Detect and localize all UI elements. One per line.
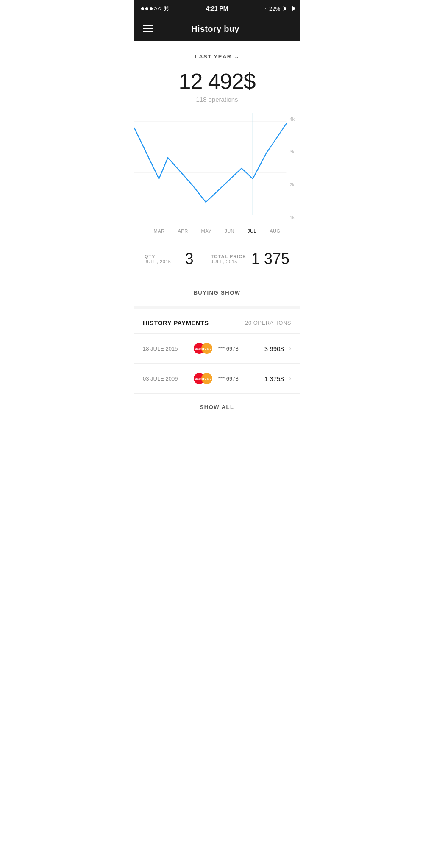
- month-jul[interactable]: JUL: [248, 228, 256, 234]
- month-jun: JUN: [225, 228, 234, 234]
- show-all-section[interactable]: SHOW ALL: [134, 394, 300, 420]
- y-label-2k: 2k: [289, 182, 295, 187]
- month-apr: APR: [178, 228, 188, 234]
- payment-date-2: 03 JULE 2009: [143, 376, 194, 382]
- card-number-2: *** 6978: [218, 376, 264, 382]
- dot2: [145, 7, 148, 10]
- battery-icon: [283, 6, 293, 11]
- mc-text-1: MasterCard: [195, 347, 212, 350]
- signal-dots: [141, 7, 161, 10]
- y-axis-labels: 4k 3k 2k 1k: [289, 113, 295, 223]
- mc-text-2: MasterCard: [195, 377, 212, 380]
- mastercard-logo-2: MasterCard: [194, 372, 212, 385]
- main-content: LAST YEAR ⌄ 12 492$ 118 operations 4k 3k…: [134, 41, 300, 420]
- payment-row-2[interactable]: 03 JULE 2009 MasterCard *** 6978 1 375$ …: [134, 364, 300, 394]
- status-left: ⌘: [141, 5, 169, 12]
- hamburger-line2: [143, 28, 153, 29]
- payment-date-1: 18 JULE 2015: [143, 345, 194, 352]
- y-label-3k: 3k: [289, 149, 295, 154]
- total-stat: TOTAL PRICE JULE, 2015: [211, 254, 251, 264]
- wifi-icon: ⌘: [163, 5, 169, 12]
- card-number-1: *** 6978: [218, 345, 264, 352]
- line-chart: [134, 113, 300, 223]
- chart-section: 4k 3k 2k 1k MAR APR MAY: [134, 105, 300, 239]
- dot3: [150, 7, 153, 10]
- chart-container: 4k 3k 2k 1k: [134, 113, 300, 223]
- month-may: MAY: [201, 228, 212, 234]
- period-section: LAST YEAR ⌄: [134, 41, 300, 64]
- y-label-4k: 4k: [289, 117, 295, 122]
- period-label: LAST YEAR: [195, 53, 232, 60]
- nav-bar: History buy: [134, 17, 300, 41]
- hamburger-line1: [143, 25, 153, 26]
- history-title: HISTORY PAYMENTS: [143, 319, 209, 326]
- status-right: ⋅ 22%: [265, 6, 293, 12]
- history-header: HISTORY PAYMENTS 20 OPERATIONS: [134, 309, 300, 334]
- chevron-right-icon-1: ›: [289, 345, 291, 352]
- month-mar: MAR: [154, 228, 165, 234]
- total-label: TOTAL PRICE: [211, 254, 251, 259]
- month-labels: MAR APR MAY JUN JUL AUG: [134, 223, 300, 239]
- buying-show-section[interactable]: BUYING SHOW: [134, 279, 300, 309]
- total-value: 1 375: [251, 250, 289, 268]
- operations-count: 118 operations: [143, 96, 291, 103]
- page-title: History buy: [153, 24, 278, 34]
- mastercard-logo-1: MasterCard: [194, 342, 212, 355]
- status-bar: ⌘ 4:21 PM ⋅ 22%: [134, 0, 300, 17]
- selected-stats-row: QTY JULE, 2015 3 TOTAL PRICE JULE, 2015 …: [134, 239, 300, 279]
- buying-show-label: BUYING SHOW: [193, 289, 240, 296]
- status-time: 4:21 PM: [206, 5, 228, 12]
- qty-label: QTY: [145, 254, 185, 259]
- dot5: [158, 7, 161, 10]
- battery-percent: 22%: [269, 6, 280, 12]
- operations-badge: 20 OPERATIONS: [245, 320, 291, 326]
- qty-stat: QTY JULE, 2015: [145, 254, 185, 264]
- bluetooth-icon: ⋅: [265, 6, 267, 12]
- hamburger-menu[interactable]: [143, 25, 153, 32]
- month-aug: AUG: [270, 228, 280, 234]
- period-selector[interactable]: LAST YEAR ⌄: [195, 53, 239, 60]
- total-sub: JULE, 2015: [211, 259, 251, 264]
- qty-value: 3: [185, 250, 193, 268]
- payment-amount-2: 1 375$: [264, 375, 284, 382]
- stat-divider: [202, 248, 202, 270]
- total-amount: 12 492$: [143, 69, 291, 94]
- show-all-label: SHOW ALL: [200, 404, 234, 410]
- mastercard-2: MasterCard: [194, 373, 212, 384]
- y-label-1k: 1k: [289, 215, 295, 220]
- qty-sub: JULE, 2015: [145, 259, 185, 264]
- chevron-right-icon-2: ›: [289, 375, 291, 382]
- battery-fill: [284, 7, 285, 10]
- chevron-down-icon: ⌄: [234, 54, 239, 60]
- mastercard-1: MasterCard: [194, 342, 212, 354]
- history-section: HISTORY PAYMENTS 20 OPERATIONS 18 JULE 2…: [134, 309, 300, 394]
- dot1: [141, 7, 144, 10]
- stats-section: 12 492$ 118 operations: [134, 64, 300, 105]
- dot4: [154, 7, 157, 10]
- payment-row-1[interactable]: 18 JULE 2015 MasterCard *** 6978 3 990$ …: [134, 334, 300, 364]
- hamburger-line3: [143, 31, 153, 32]
- payment-amount-1: 3 990$: [264, 345, 284, 352]
